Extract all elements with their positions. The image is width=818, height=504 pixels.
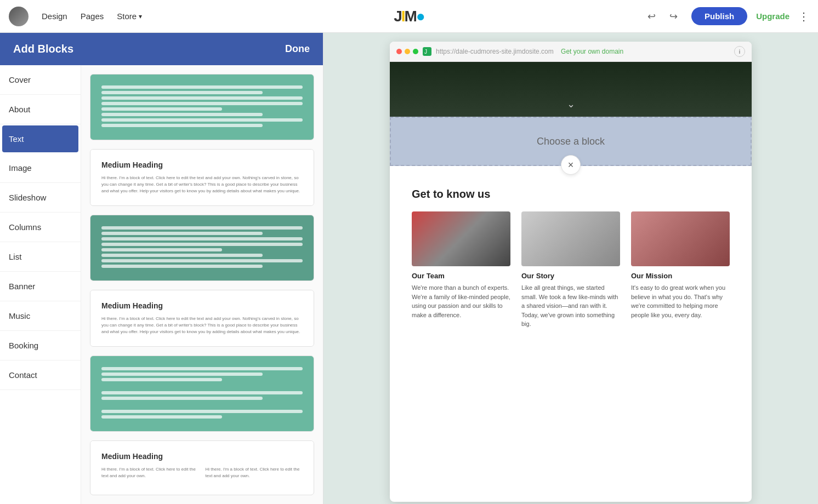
text-block-preview-4[interactable]: Medium Heading Hi there. I'm a block of … <box>90 290 314 346</box>
top-navigation: Design Pages Store ▾ JIM● ↩ ↪ Publish Up… <box>0 0 818 33</box>
maximize-dot <box>413 49 418 54</box>
sidebar-item-image[interactable]: Image <box>0 153 81 183</box>
about-section-title: Get to know us <box>412 188 730 201</box>
svg-text:J: J <box>424 49 427 55</box>
sidebar-item-text[interactable]: Text <box>2 125 78 152</box>
mission-image <box>631 211 730 266</box>
close-dot <box>396 49 402 54</box>
upgrade-button[interactable]: Upgrade <box>756 12 789 21</box>
undo-redo-group: ↩ ↪ <box>643 8 683 25</box>
sidebar-item-about[interactable]: About <box>0 95 81 124</box>
sidebar-item-slideshow[interactable]: Slideshow <box>0 183 81 213</box>
publish-button[interactable]: Publish <box>691 7 747 25</box>
about-cards-container: Our Team We're more than a bunch of expe… <box>412 211 730 329</box>
site-about-section: Get to know us Our Team We're more than … <box>390 166 752 346</box>
url-text: https://dale-cudmores-site.jimdosite.com <box>436 48 554 55</box>
jimdo-logo: JIM● <box>394 8 424 25</box>
redo-button[interactable]: ↪ <box>665 8 683 25</box>
browser-favicon: J <box>423 47 431 56</box>
store-dropdown-icon: ▾ <box>139 13 142 20</box>
browser-bar: J https://dale-cudmores-site.jimdosite.c… <box>390 42 752 62</box>
sidebar-item-contact[interactable]: Contact <box>0 360 81 390</box>
block-category-nav: Cover About Text Image Slideshow Columns… <box>0 65 81 504</box>
block-previews-panel: Medium Heading Hi there. I'm a block of … <box>81 65 323 504</box>
minimize-dot <box>405 49 410 54</box>
nav-left: Design Pages Store ▾ <box>9 7 142 26</box>
pages-nav-link[interactable]: Pages <box>81 12 104 21</box>
sidebar-item-list[interactable]: List <box>0 242 81 272</box>
sidebar-item-music[interactable]: Music <box>0 301 81 331</box>
site-preview-panel: J https://dale-cudmores-site.jimdosite.c… <box>323 33 818 504</box>
main-layout: Add Blocks Done Cover About Text Image S… <box>0 33 818 504</box>
mission-label: Our Mission <box>631 272 730 280</box>
text-block-preview-1[interactable] <box>90 74 314 140</box>
scroll-down-arrow: ⌄ <box>567 98 575 110</box>
team-label: Our Team <box>412 272 510 280</box>
browser-traffic-lights <box>396 49 418 54</box>
story-image <box>521 211 620 266</box>
story-label: Our Story <box>521 272 620 280</box>
avatar[interactable] <box>9 7 29 26</box>
design-nav-link[interactable]: Design <box>42 12 67 21</box>
about-card-mission: Our Mission It's easy to do great work w… <box>631 211 730 329</box>
about-card-story: Our Story Like all great things, we star… <box>521 211 620 329</box>
text-block-preview-5[interactable] <box>90 356 314 432</box>
sidebar-title: Add Blocks <box>13 43 73 55</box>
add-blocks-sidebar: Add Blocks Done Cover About Text Image S… <box>0 33 323 504</box>
choose-block-area[interactable]: Choose a block × <box>390 117 752 166</box>
team-desc: We're more than a bunch of experts. We'r… <box>412 283 510 319</box>
site-cover-section: ⌄ <box>390 62 752 117</box>
logo-center: JIM● <box>394 8 424 25</box>
choose-block-label: Choose a block <box>537 136 605 147</box>
info-button[interactable]: i <box>734 46 745 57</box>
nav-right: ↩ ↪ Publish Upgrade ⋮ <box>643 7 809 25</box>
text-block-preview-2[interactable]: Medium Heading Hi there. I'm a block of … <box>90 149 314 205</box>
store-nav-link[interactable]: Store ▾ <box>117 12 142 21</box>
sidebar-item-banner[interactable]: Banner <box>0 272 81 301</box>
more-options-button[interactable]: ⋮ <box>798 10 809 23</box>
text-block-preview-6[interactable]: Medium Heading Hi there. I'm a block of … <box>90 440 314 495</box>
browser-window: J https://dale-cudmores-site.jimdosite.c… <box>390 42 752 502</box>
story-desc: Like all great things, we started small.… <box>521 283 620 329</box>
close-choose-block-button[interactable]: × <box>561 155 581 175</box>
undo-button[interactable]: ↩ <box>643 8 661 25</box>
sidebar-body: Cover About Text Image Slideshow Columns… <box>0 65 323 504</box>
text-block-preview-3[interactable] <box>90 215 314 281</box>
team-image <box>412 211 510 266</box>
about-card-team: Our Team We're more than a bunch of expe… <box>412 211 510 329</box>
get-own-domain-link[interactable]: Get your own domain <box>561 48 623 55</box>
sidebar-header: Add Blocks Done <box>0 33 323 65</box>
browser-content: ⌄ Choose a block × Get to know us Our Te… <box>390 62 752 502</box>
browser-url-bar: https://dale-cudmores-site.jimdosite.com… <box>436 48 730 55</box>
sidebar-item-cover[interactable]: Cover <box>0 65 81 95</box>
sidebar-item-booking[interactable]: Booking <box>0 331 81 360</box>
sidebar-item-columns[interactable]: Columns <box>0 213 81 242</box>
done-button[interactable]: Done <box>285 43 310 55</box>
mission-desc: It's easy to do great work when you beli… <box>631 283 730 319</box>
